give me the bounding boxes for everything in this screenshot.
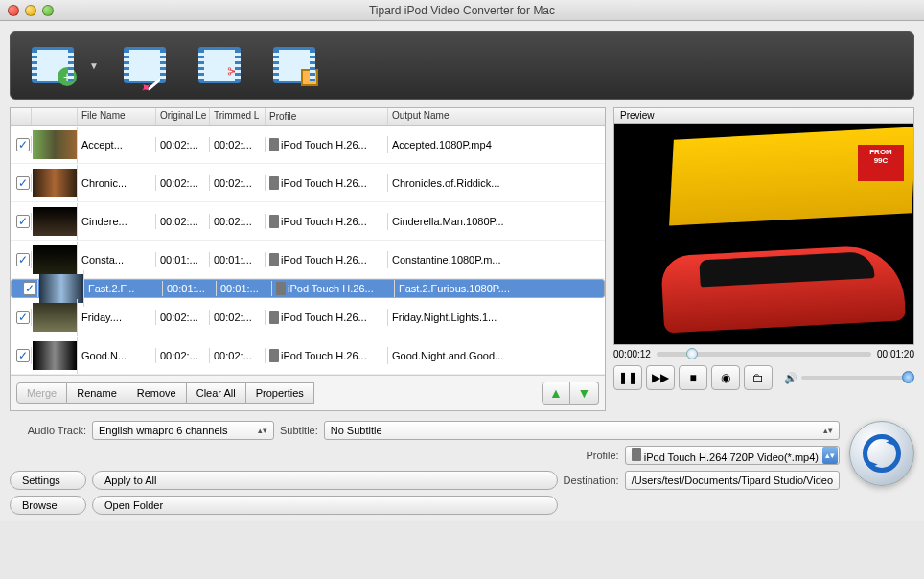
settings-button[interactable]: Settings xyxy=(10,471,86,490)
move-up-button[interactable]: ▲ xyxy=(542,382,570,405)
cell-output-name: Accepted.1080P.mp4 xyxy=(388,137,605,152)
rename-button[interactable]: Rename xyxy=(67,382,127,404)
cell-output-name: Good.Night.and.Good... xyxy=(388,348,605,363)
volume-icon: 🔊 xyxy=(784,372,797,384)
cell-trimmed-length: 00:02:... xyxy=(210,137,266,152)
row-checkbox[interactable]: ✓ xyxy=(16,138,30,151)
destination-field[interactable]: /Users/test/Documents/Tipard Studio/Vide… xyxy=(625,471,840,490)
preview-header: Preview xyxy=(613,107,914,123)
col-original-length[interactable]: Original Le xyxy=(156,108,210,125)
table-row[interactable]: ✓Accept...00:02:...00:02:... iPod Touch … xyxy=(11,126,605,164)
cell-trimmed-length: 00:02:... xyxy=(210,348,266,363)
crop-button[interactable] xyxy=(266,38,323,92)
effect-button[interactable] xyxy=(116,38,173,92)
step-forward-button[interactable]: ▶▶ xyxy=(646,365,675,390)
cell-output-name: Constantine.1080P.m... xyxy=(388,252,605,267)
merge-button[interactable]: Merge xyxy=(16,382,67,404)
cell-filename: Cindere... xyxy=(78,214,156,229)
audio-track-select[interactable]: English wmapro 6 channels▴▾ xyxy=(92,421,274,440)
trim-button[interactable]: ✂ xyxy=(191,38,248,92)
cell-filename: Good.N... xyxy=(78,348,156,363)
row-checkbox[interactable]: ✓ xyxy=(23,282,36,295)
open-snapshot-folder-button[interactable]: 🗀 xyxy=(744,365,773,390)
cell-original-length: 00:02:... xyxy=(156,137,210,152)
convert-button[interactable] xyxy=(849,421,914,486)
video-thumbnail xyxy=(33,303,77,332)
cell-trimmed-length: 00:01:... xyxy=(217,281,272,296)
cell-profile: iPod Touch H.26... xyxy=(266,213,388,230)
video-thumbnail xyxy=(33,245,77,274)
video-thumbnail xyxy=(33,207,77,236)
cell-output-name: Cinderella.Man.1080P... xyxy=(388,214,605,229)
apply-to-all-button[interactable]: Apply to All xyxy=(92,471,558,490)
device-icon xyxy=(269,176,279,190)
subtitle-select[interactable]: No Subtitle▴▾ xyxy=(324,421,840,440)
col-profile[interactable]: Profile xyxy=(266,108,388,125)
time-current: 00:00:12 xyxy=(613,349,651,359)
remove-button[interactable]: Remove xyxy=(127,382,187,404)
cell-output-name: Chronicles.of.Riddick... xyxy=(388,175,605,191)
cell-filename: Consta... xyxy=(78,252,156,267)
move-down-button[interactable]: ▼ xyxy=(570,382,599,405)
col-trimmed-length[interactable]: Trimmed L xyxy=(210,108,266,125)
file-list-panel: File Name Original Le Trimmed L Profile … xyxy=(10,107,606,411)
col-filename[interactable]: File Name xyxy=(78,108,156,125)
list-action-bar: Merge Rename Remove Clear All Properties… xyxy=(11,375,605,410)
row-checkbox[interactable]: ✓ xyxy=(16,176,30,190)
cell-filename: Friday.... xyxy=(78,310,156,325)
stop-button[interactable]: ■ xyxy=(679,365,707,390)
cell-filename: Accept... xyxy=(78,137,156,152)
device-icon xyxy=(269,138,279,151)
properties-button[interactable]: Properties xyxy=(246,382,314,404)
row-checkbox[interactable]: ✓ xyxy=(16,253,30,266)
cell-original-length: 00:02:... xyxy=(156,310,210,325)
pause-button[interactable]: ❚❚ xyxy=(613,365,642,390)
cell-profile: iPod Touch H.26... xyxy=(266,347,388,364)
cell-profile: iPod Touch H.26... xyxy=(272,280,395,297)
cell-filename: Chronic... xyxy=(78,175,156,191)
cell-original-length: 00:02:... xyxy=(156,348,210,363)
cell-original-length: 00:01:... xyxy=(156,252,210,267)
time-total: 00:01:20 xyxy=(877,349,914,359)
table-row[interactable]: ✓Cindere...00:02:...00:02:... iPod Touch… xyxy=(11,202,605,241)
destination-label: Destination: xyxy=(564,475,619,486)
device-icon xyxy=(269,311,279,324)
table-row[interactable]: ✓Fast.2.F...00:01:...00:01:... iPod Touc… xyxy=(11,279,605,298)
row-checkbox[interactable]: ✓ xyxy=(16,349,30,362)
volume-slider[interactable] xyxy=(801,376,914,380)
cell-trimmed-length: 00:02:... xyxy=(210,310,266,325)
add-file-dropdown-icon[interactable]: ▼ xyxy=(89,60,99,71)
device-icon xyxy=(632,448,641,461)
seek-slider[interactable] xyxy=(657,352,871,357)
cell-profile: iPod Touch H.26... xyxy=(266,136,388,153)
cell-profile: iPod Touch H.26... xyxy=(266,251,388,268)
table-row[interactable]: ✓Friday....00:02:...00:02:... iPod Touch… xyxy=(11,298,605,336)
cell-filename: Fast.2.F... xyxy=(84,281,163,296)
device-icon xyxy=(269,349,279,362)
browse-button[interactable]: Browse xyxy=(10,496,86,515)
snapshot-button[interactable]: ◉ xyxy=(711,365,740,390)
device-icon xyxy=(269,253,279,266)
add-file-button[interactable]: + xyxy=(24,38,81,92)
row-checkbox[interactable]: ✓ xyxy=(16,311,30,324)
cell-profile: iPod Touch H.26... xyxy=(266,309,388,326)
col-output-name[interactable]: Output Name xyxy=(388,108,605,125)
video-thumbnail xyxy=(33,130,77,159)
device-icon xyxy=(276,282,286,295)
titlebar: Tipard iPod Video Converter for Mac xyxy=(0,0,924,21)
table-row[interactable]: ✓Chronic...00:02:...00:02:... iPod Touch… xyxy=(11,164,605,202)
video-thumbnail xyxy=(33,341,77,370)
profile-select[interactable]: iPod Touch H.264 720P Video(*.mp4)▴▾ xyxy=(625,446,840,465)
cell-profile: iPod Touch H.26... xyxy=(266,174,388,192)
profile-label: Profile: xyxy=(564,450,619,461)
subtitle-label: Subtitle: xyxy=(280,425,318,436)
cell-trimmed-length: 00:01:... xyxy=(210,252,266,267)
cell-trimmed-length: 00:02:... xyxy=(210,214,266,229)
table-row[interactable]: ✓Good.N...00:02:...00:02:... iPod Touch … xyxy=(11,336,605,375)
table-row[interactable]: ✓Consta...00:01:...00:01:... iPod Touch … xyxy=(11,241,605,279)
row-checkbox[interactable]: ✓ xyxy=(16,215,30,228)
open-folder-button[interactable]: Open Folder xyxy=(92,496,558,515)
cell-trimmed-length: 00:02:... xyxy=(210,175,266,191)
clear-all-button[interactable]: Clear All xyxy=(187,382,246,404)
file-list-header: File Name Original Le Trimmed L Profile … xyxy=(11,108,605,126)
